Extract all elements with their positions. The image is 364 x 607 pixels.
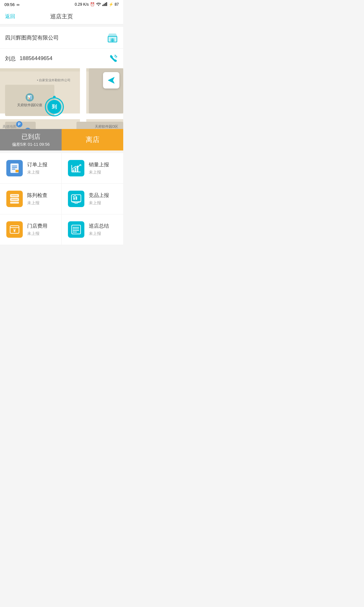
svg-rect-14: [72, 169, 74, 172]
competitor-report-status: 未上报: [89, 200, 109, 206]
svg-point-40: [73, 227, 74, 228]
status-speed: 0.29 K/s: [75, 2, 89, 7]
menu-item-competitor-report[interactable]: 竞品上报 未上报: [62, 184, 123, 214]
contact-name: 刘总: [5, 55, 16, 62]
svg-rect-1: [104, 4, 105, 6]
store-expense-label: 门店费用: [27, 223, 47, 230]
navigate-button[interactable]: [103, 72, 119, 89]
contact-row: 刘总 18856449654: [0, 49, 123, 68]
svg-text:¥: ¥: [13, 228, 16, 233]
menu-grid: 订单上报 未上报 销量上报 未上报: [0, 153, 123, 245]
menu-item-sales-report[interactable]: 销量上报 未上报: [62, 153, 123, 184]
svg-point-42: [73, 230, 74, 231]
back-button[interactable]: 返回: [5, 13, 15, 20]
tour-summary-icon: [68, 221, 84, 238]
svg-point-41: [73, 229, 74, 230]
order-report-label: 订单上报: [27, 162, 47, 168]
display-check-label: 陈列检查: [27, 192, 47, 199]
display-check-icon: [6, 191, 23, 207]
arrive-sub-label: 偏差5米 01-11 09:56: [12, 142, 50, 147]
arrive-label: 已到店: [21, 132, 40, 141]
menu-item-display-check[interactable]: 陈列检查 未上报: [0, 184, 62, 214]
svg-rect-0: [102, 5, 103, 6]
map-label-soft-company: • 自家安业外勤软件公司: [37, 78, 70, 83]
status-bar: 09:56 ∞ 0.29 K/s ⏰ ⚡ 87: [0, 0, 123, 9]
action-row: 已到店 偏差5米 01-11 09:56 离店: [0, 129, 123, 150]
store-expense-status: 未上报: [27, 231, 47, 236]
map-section: 天府软件园D区 • 自家安业外勤软件公司 📊 天府软件园D2座 天府软件园D区 …: [0, 68, 123, 150]
company-row: 四川辉图商贸有限公司: [0, 27, 123, 49]
phone-icon[interactable]: [109, 54, 118, 63]
leave-label: 离店: [86, 135, 100, 144]
map-watermark: 高德地图: [3, 124, 16, 129]
svg-rect-35: [72, 225, 81, 234]
svg-rect-3: [106, 2, 107, 6]
svg-rect-15: [75, 168, 76, 172]
status-battery: 87: [115, 2, 119, 7]
display-check-status: 未上报: [27, 200, 47, 206]
svg-rect-13: [15, 170, 19, 172]
page-title: 巡店主页: [50, 13, 73, 20]
status-charge-icon: ⚡: [109, 2, 113, 7]
status-time: 09:56: [4, 2, 15, 7]
sales-report-status: 未上报: [89, 169, 109, 175]
menu-item-order-report[interactable]: 订单上报 未上报: [0, 153, 62, 184]
svg-rect-2: [105, 3, 106, 6]
svg-point-43: [73, 232, 74, 233]
order-report-status: 未上报: [27, 169, 47, 175]
arrive-button[interactable]: 已到店 偏差5米 01-11 09:56: [0, 129, 62, 150]
competitor-report-label: 竞品上报: [89, 192, 109, 199]
map-label-d-area-2: 天府软件园D区: [95, 124, 118, 129]
competitor-report-icon: [68, 191, 84, 207]
leave-button[interactable]: 离店: [62, 129, 123, 150]
contact-phone[interactable]: 18856449654: [20, 55, 52, 62]
company-info-section: 四川辉图商贸有限公司 刘总 18856449654: [0, 27, 123, 68]
sales-report-icon: [68, 160, 84, 176]
sales-report-label: 销量上报: [89, 162, 109, 168]
status-signal-icon: [102, 2, 107, 7]
company-name: 四川辉图商贸有限公司: [5, 34, 59, 41]
parking-badge: P: [16, 121, 22, 127]
svg-point-31: [75, 195, 76, 196]
location-marker: 到: [45, 97, 64, 116]
svg-rect-27: [73, 197, 75, 200]
menu-item-store-expense[interactable]: ¥ 门店费用 未上报: [0, 214, 62, 245]
order-report-icon: [6, 160, 23, 176]
svg-rect-28: [76, 196, 77, 200]
store-icon: [107, 32, 118, 43]
status-loop-icon: ∞: [17, 2, 20, 7]
tour-summary-label: 巡店总结: [89, 223, 109, 230]
status-wifi-icon: [96, 2, 101, 7]
tour-summary-status: 未上报: [89, 231, 109, 236]
map-poi-d2: 天府软件园D2座: [17, 103, 42, 107]
menu-item-tour-summary[interactable]: 巡店总结 未上报: [62, 214, 123, 245]
svg-rect-20: [10, 202, 19, 204]
page-header: 返回 巡店主页: [0, 9, 123, 24]
svg-point-30: [73, 196, 74, 197]
store-expense-icon: ¥: [6, 221, 23, 238]
status-clock-icon: ⏰: [90, 2, 95, 7]
